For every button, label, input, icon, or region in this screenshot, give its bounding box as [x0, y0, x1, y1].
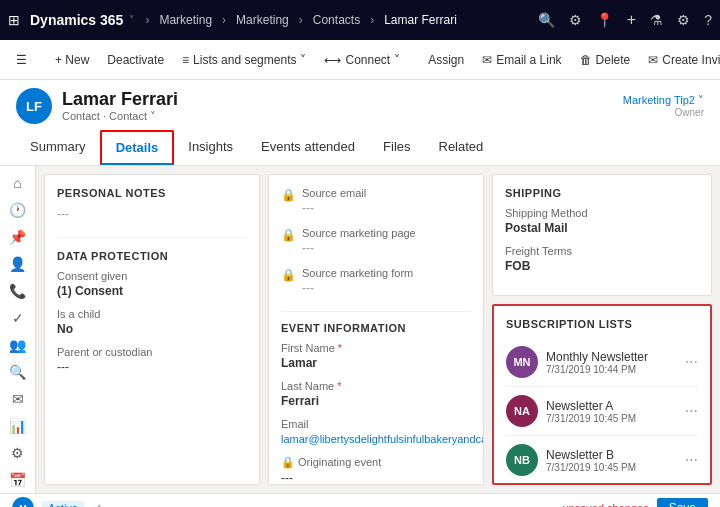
- personal-notes-value: ---: [57, 207, 247, 221]
- sidebar-calendar-icon[interactable]: 📅: [2, 468, 34, 493]
- marketing-tip[interactable]: Marketing Tip2 ˅: [623, 94, 704, 107]
- tab-related[interactable]: Related: [425, 131, 498, 164]
- sidebar-home-icon[interactable]: ⌂: [2, 170, 34, 195]
- sidebar-person-icon[interactable]: 👥: [2, 332, 34, 357]
- assign-button[interactable]: Assign: [420, 49, 472, 71]
- record-header: LF Lamar Ferrari Contact · Contact ˅ Mar…: [0, 80, 720, 166]
- shipping-method-value: Postal Mail: [505, 221, 699, 235]
- nav-crumb-contacts[interactable]: Contacts: [313, 13, 360, 27]
- command-bar: ☰ + New Deactivate ≡ Lists and segments …: [0, 40, 720, 80]
- top-nav-icons: 🔍 ⚙ 📍 + ⚗ ⚙ ?: [538, 11, 712, 29]
- consent-field: Consent given (1) Consent: [57, 270, 247, 298]
- source-form-field: 🔒 Source marketing form ---: [281, 267, 471, 295]
- sidebar-contact-icon[interactable]: 👤: [2, 251, 34, 276]
- status-badge: Active: [42, 501, 84, 508]
- left-panel: PERSONAL NOTES --- Data protection Conse…: [44, 174, 260, 485]
- record-type: Contact · Contact ˅: [62, 110, 178, 123]
- email-field: Email lamar@libertysdelightfulsinfulbake…: [281, 418, 471, 446]
- firstname-value: Lamar: [281, 356, 471, 370]
- avatar: LF: [16, 88, 52, 124]
- settings-icon[interactable]: ⚙: [569, 12, 582, 28]
- shipping-title: SHIPPING: [505, 187, 699, 199]
- grid-icon[interactable]: ⊞: [8, 12, 20, 28]
- shipping-panel: SHIPPING Shipping Method Postal Mail Fre…: [492, 174, 712, 296]
- connect-dropdown-icon: ˅: [394, 53, 400, 67]
- status-left: M Active ⤢: [12, 497, 102, 508]
- email-value[interactable]: lamar@libertysdelightfulsinfulbakeryandc…: [281, 433, 484, 445]
- subscription-date-1: 7/31/2019 10:44 PM: [546, 364, 685, 375]
- nav-crumb-marketing2[interactable]: Marketing: [236, 13, 289, 27]
- top-navigation: ⊞ Dynamics 365 ˅ › Marketing › Marketing…: [0, 0, 720, 40]
- tab-summary[interactable]: Summary: [16, 131, 100, 164]
- data-protection-title: Data protection: [57, 250, 247, 262]
- help-icon[interactable]: ?: [704, 12, 712, 28]
- deactivate-button[interactable]: Deactivate: [99, 49, 172, 71]
- source-page-field: 🔒 Source marketing page ---: [281, 227, 471, 255]
- owner-label: Owner: [623, 107, 704, 118]
- middle-panel: 🔒 Source email --- 🔒 Source marketing pa…: [268, 174, 484, 485]
- sidebar-settings-icon[interactable]: ⚙: [2, 441, 34, 466]
- lock-icon3: 🔒: [281, 268, 296, 282]
- save-button[interactable]: Save: [657, 498, 708, 508]
- search-icon[interactable]: 🔍: [538, 12, 555, 28]
- freight-terms-field: Freight Terms FOB: [505, 245, 699, 273]
- subscription-item-1: MN Monthly Newsletter 7/31/2019 10:44 PM…: [506, 338, 698, 387]
- lists-dropdown-icon: ˅: [300, 53, 306, 67]
- new-button[interactable]: + New: [47, 49, 97, 71]
- email-link-button[interactable]: ✉ Email a Link: [474, 49, 569, 71]
- hamburger-button[interactable]: ☰: [8, 49, 35, 71]
- content-area: PERSONAL NOTES --- Data protection Conse…: [36, 166, 720, 493]
- user-avatar: M: [12, 497, 34, 508]
- delete-button[interactable]: 🗑 Delete: [572, 49, 639, 71]
- sidebar-pin-icon[interactable]: 📌: [2, 224, 34, 249]
- nav-crumb-marketing[interactable]: Marketing: [159, 13, 212, 27]
- add-icon[interactable]: +: [627, 11, 636, 29]
- subscription-avatar-2: NA: [506, 395, 538, 427]
- sidebar-mail-icon[interactable]: ✉: [2, 387, 34, 412]
- shipping-method-field: Shipping Method Postal Mail: [505, 207, 699, 235]
- lists-button[interactable]: ≡ Lists and segments ˅: [174, 49, 314, 71]
- originating-event-field: 🔒 Originating event ---: [281, 456, 471, 485]
- subscription-date-3: 7/31/2019 10:45 PM: [546, 462, 685, 473]
- firstname-field: First Name * Lamar: [281, 342, 471, 370]
- tab-details[interactable]: Details: [100, 130, 175, 165]
- guardian-field: Parent or custodian ---: [57, 346, 247, 374]
- tab-insights[interactable]: Insights: [174, 131, 247, 164]
- subscription-avatar-3: NB: [506, 444, 538, 476]
- filter-icon[interactable]: ⚗: [650, 12, 663, 28]
- subscription-name-3: Newsletter B: [546, 448, 685, 462]
- left-sidebar: ⌂ 🕐 📌 👤 📞 ✓ 👥 🔍 ✉ 📊 ⚙ 📅: [0, 166, 36, 493]
- unsaved-label: unsaved changes: [562, 502, 648, 508]
- subscription-item-3: NB Newsletter B 7/31/2019 10:45 PM ···: [506, 436, 698, 484]
- sidebar-magnify-icon[interactable]: 🔍: [2, 360, 34, 385]
- status-right: unsaved changes Save: [562, 498, 708, 508]
- subscription-date-2: 7/31/2019 10:45 PM: [546, 413, 685, 424]
- sidebar-phone-icon[interactable]: 📞: [2, 278, 34, 303]
- connect-button[interactable]: ⟷ Connect ˅: [316, 49, 408, 71]
- tab-files[interactable]: Files: [369, 131, 424, 164]
- tip-dropdown-icon: ˅: [698, 94, 704, 106]
- personal-notes-title: PERSONAL NOTES: [57, 187, 247, 199]
- location-icon[interactable]: 📍: [596, 12, 613, 28]
- subscription-more-1[interactable]: ···: [685, 353, 698, 371]
- subscription-more-2[interactable]: ···: [685, 402, 698, 420]
- record-type-dropdown[interactable]: ˅: [150, 110, 156, 122]
- subscription-name-2: Newsletter A: [546, 399, 685, 413]
- email-icon: ✉: [482, 53, 492, 67]
- record-name: Lamar Ferrari: [62, 89, 178, 110]
- freight-terms-value: FOB: [505, 259, 699, 273]
- sidebar-recent-icon[interactable]: 🕐: [2, 197, 34, 222]
- connect-icon: ⟷: [324, 53, 341, 67]
- create-invitation-button[interactable]: ✉ Create Invitation: [640, 49, 720, 71]
- sidebar-chart-icon[interactable]: 📊: [2, 414, 34, 439]
- originating-event-value: ---: [281, 471, 471, 485]
- subscription-more-3[interactable]: ···: [685, 451, 698, 469]
- expand-icon[interactable]: ⤢: [92, 501, 102, 508]
- tab-events[interactable]: Events attended: [247, 131, 369, 164]
- subscription-title: Subscription Lists: [506, 318, 698, 330]
- lock-icon2: 🔒: [281, 228, 296, 242]
- nav-dropdown-icon[interactable]: ˅: [129, 14, 135, 27]
- tabs-row: Summary Details Insights Events attended…: [16, 130, 704, 165]
- gear2-icon[interactable]: ⚙: [677, 12, 690, 28]
- sidebar-task-icon[interactable]: ✓: [2, 305, 34, 330]
